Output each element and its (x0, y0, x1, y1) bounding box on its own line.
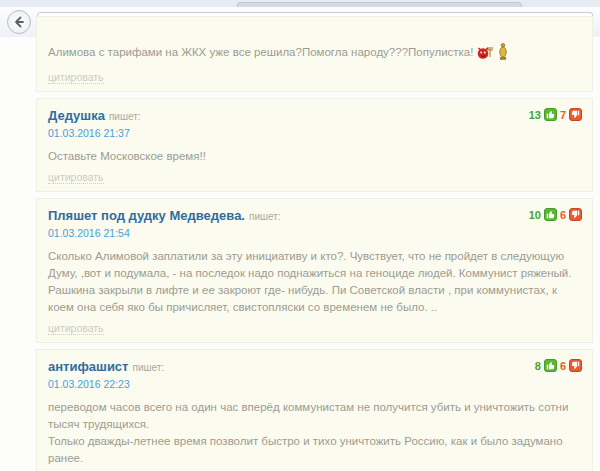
upvote-count: 8 (535, 360, 541, 372)
page-content: Алимова с тарифами на ЖКХ уже все решила… (0, 37, 600, 471)
back-arrow-icon (12, 15, 26, 29)
back-button[interactable] (7, 10, 31, 34)
thumbs-up-icon[interactable] (544, 108, 557, 121)
devil-pitchfork-icon (477, 45, 494, 65)
downvote-count: 6 (560, 360, 566, 372)
browser-tab[interactable] (237, 2, 522, 7)
downvote-count: 6 (560, 209, 566, 221)
comment-text-line: переводом часов всего на один час вперёд… (48, 399, 581, 433)
comments-list: Алимова с тарифами на ЖКХ уже все решила… (36, 16, 593, 471)
downvote-count: 7 (560, 109, 566, 121)
writes-label: пишет: (109, 111, 141, 122)
gold-statue-icon (498, 43, 508, 65)
comment-date: 01.03.2016 21:37 (48, 127, 581, 139)
comment-text-line: Алимова с тарифами на ЖКХ уже все решила… (48, 43, 581, 65)
quote-link[interactable]: цитировать (48, 71, 104, 84)
comment-text-line: Только дважды-летнее время позволит быст… (48, 433, 581, 467)
comment-author-link[interactable]: Пляшет под дудку Медведева. (48, 208, 245, 223)
comment-text-line: Сколько Алимовой заплатили за эту инициа… (48, 248, 581, 316)
upvote-count: 13 (529, 109, 541, 121)
comment-body: Оставьте Московское время!! (48, 148, 581, 165)
comment-header: Дедушкапишет: 01.03.2016 21:37 (48, 106, 581, 139)
comment-votes: 13 7 (529, 108, 582, 121)
quote-link[interactable]: цитировать (48, 171, 104, 184)
comment-block: 13 7 Дедушкапишет: 01.03.2016 21:37 Оста… (36, 98, 593, 192)
thumbs-up-icon[interactable] (544, 208, 557, 221)
comment-votes: 10 6 (529, 208, 582, 221)
comment-author-link[interactable]: Дедушка (48, 108, 105, 123)
thumbs-down-icon[interactable] (569, 108, 582, 121)
comment-block: 10 6 Пляшет под дудку Медведева.пишет: 0… (36, 198, 593, 343)
comment-block: Алимова с тарифами на ЖКХ уже все решила… (36, 16, 593, 92)
comment-author-link[interactable]: антифашист (48, 359, 128, 374)
thumbs-down-icon[interactable] (569, 208, 582, 221)
comment-header: Пляшет под дудку Медведева.пишет: 01.03.… (48, 206, 581, 239)
comment-header: антифашистпишет: 01.03.2016 22:23 (48, 357, 581, 390)
quote-link[interactable]: цитировать (48, 322, 104, 335)
upvote-count: 10 (529, 209, 541, 221)
comment-body: Алимова с тарифами на ЖКХ уже все решила… (48, 43, 581, 65)
thumbs-down-icon[interactable] (569, 359, 582, 372)
writes-label: пишет: (132, 362, 164, 373)
thumbs-up-icon[interactable] (544, 359, 557, 372)
tab-strip (0, 0, 600, 7)
comment-date: 01.03.2016 21:54 (48, 227, 581, 239)
comment-body: переводом часов всего на один час вперёд… (48, 399, 581, 467)
comment-body: Сколько Алимовой заплатили за эту инициа… (48, 248, 581, 316)
writes-label: пишет: (249, 211, 281, 222)
comment-block: 8 6 антифашистпишет: 01.03.2016 22:23 пе… (36, 349, 593, 471)
comment-date: 01.03.2016 22:23 (48, 378, 581, 390)
comment-text-line: Оставьте Московское время!! (48, 148, 581, 165)
comment-votes: 8 6 (535, 359, 582, 372)
